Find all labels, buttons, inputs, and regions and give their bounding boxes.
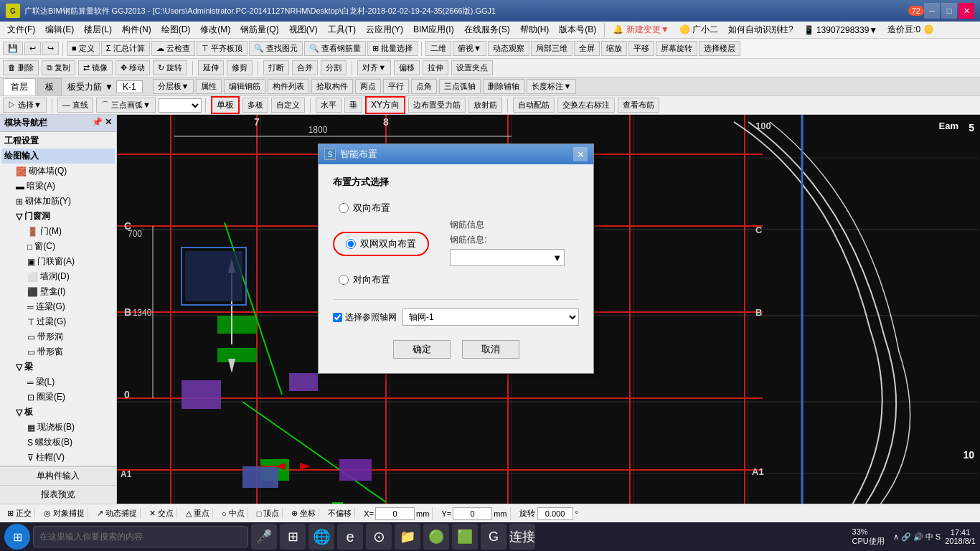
btn-vertical[interactable]: 垂 [344,98,362,113]
sidebar-item-strip-hole[interactable]: ▭ 带形洞 [24,329,115,344]
sidebar-item-screw-slab[interactable]: S 螺纹板(B) [24,435,115,450]
axis-checkbox-label[interactable]: 选择参照轴网 [333,311,397,324]
snap-ortho[interactable]: ⊞ 正交 [4,508,35,519]
no-offset[interactable]: 不偏移 [325,508,355,519]
sidebar-item-beam[interactable]: ▽ 梁 [13,359,115,375]
btn-multi-board[interactable]: 多板 [242,98,268,113]
menu-edit[interactable]: 编辑(E) [41,22,78,37]
rotate-input[interactable] [537,507,573,520]
btn-break[interactable]: 打断 [263,60,289,75]
midpoint[interactable]: △ 重点 [183,508,213,519]
rebar-info-input[interactable] [450,249,565,266]
sidebar-item-door-window[interactable]: ▽ 门窗洞 [13,209,115,224]
btn-dim[interactable]: 长度标注▼ [527,79,576,94]
menu-price[interactable]: 造价豆:0 🪙 [883,22,938,37]
btn-mirror[interactable]: ⇄ 镜像 [78,60,113,75]
btn-define[interactable]: ■ 定义 [67,41,100,56]
radio-dual-net[interactable] [346,239,356,249]
canvas-area[interactable]: 1800 1340 700 7 8 C B 0 A1 120000 300200… [117,115,980,504]
btn-del-aux[interactable]: 删除辅轴 [483,79,524,94]
btn-horizontal[interactable]: 水平 [316,98,341,113]
tab-component[interactable]: 板 [37,78,62,95]
btn-single-component[interactable]: 单构件输入 [0,466,116,485]
btn-two-point[interactable]: 两点 [355,79,381,94]
sidebar-item-wall-niche[interactable]: ⬛ 壁龛(I) [24,284,115,299]
radio-bidirectional[interactable] [339,203,349,213]
taskbar-chrome-icon[interactable]: ⊙ [366,524,392,550]
tray-network-icon[interactable]: 🔗 [901,532,911,542]
menu-view[interactable]: 视图(V) [285,22,322,37]
btn-select[interactable]: ▷ 选择▼ [3,98,47,113]
option-opposed[interactable]: 对向布置 [333,269,450,291]
taskbar-start-button[interactable]: ⊞ [4,524,30,550]
sidebar-item-hidden-beam[interactable]: ▬ 暗梁(A) [13,179,115,194]
taskbar-greenapp-icon[interactable]: 🟢 [423,524,449,550]
taskbar-datetime[interactable]: 17:41 2018/8/1 [945,528,976,545]
sidebar-item-beam-l[interactable]: ═ 梁(L) [24,375,115,390]
btn-rotate-screen[interactable]: 屏幕旋转 [656,41,697,56]
btn-fullscreen[interactable]: 全屏 [574,41,600,56]
sidebar-item-project-setup[interactable]: 工程设置 [1,133,115,149]
center-point[interactable]: ○ 中点 [219,508,248,519]
tab-floor[interactable]: 首层 [3,78,36,95]
btn-view-rebar[interactable]: 🔍 查看钢筋量 [304,41,366,56]
menu-online[interactable]: 在线服务(S) [460,22,514,37]
dynamic-input[interactable]: ↗ 动态捕捉 [94,508,141,519]
btn-radial[interactable]: 放射筋 [468,98,502,113]
object-snap[interactable]: ◎ 对象捕捉 [41,508,88,519]
sidebar-controls[interactable]: 📌 ✕ [92,117,112,129]
btn-offset[interactable]: 偏移 [394,60,420,75]
sidebar-item-window[interactable]: □ 窗(C) [24,239,115,254]
menu-help[interactable]: 帮助(H) [516,22,554,37]
btn-parallel[interactable]: 平行 [383,79,409,94]
btn-edit-rebar[interactable]: 编辑钢筋 [224,79,265,94]
tray-sound-icon[interactable]: 🔊 [913,532,923,542]
dialog-close-button[interactable]: ✕ [573,147,588,161]
btn-undo[interactable]: ↩ [24,42,41,55]
btn-3arc2[interactable]: ⌒ 三点画弧▼ [96,98,156,113]
btn-copy[interactable]: ⧉ 复制 [42,60,75,75]
y-input[interactable] [453,507,492,520]
menu-rebar[interactable]: 钢筋量(Q) [236,22,283,37]
btn-cloud-check[interactable]: ☁ 云检查 [151,41,195,56]
option-dual-net[interactable]: 双网双向布置 [346,237,416,250]
btn-report-preview[interactable]: 报表预览 [0,485,116,504]
tray-icon-up[interactable]: ∧ [893,532,899,542]
menu-file[interactable]: 文件(F) [3,22,39,37]
btn-delete[interactable]: 🗑 删除 [3,60,39,75]
dropdown-arrow-icon[interactable]: ▼ [552,253,562,263]
taskbar-link-button[interactable]: 连接 [509,524,535,550]
btn-merge[interactable]: 合并 [292,60,318,75]
menu-hint[interactable]: 如何自动识别柱? [724,22,798,37]
menu-bim[interactable]: BIM应用(I) [409,22,458,37]
vertex-point[interactable]: □ 顶点 [254,508,283,519]
coord-status[interactable]: ⊕ 坐标 [288,508,319,519]
btn-select-layer[interactable]: 选择楼层 [699,41,740,56]
btn-3arc[interactable]: 三点弧轴 [439,79,481,94]
sidebar-item-door[interactable]: 🚪 门(M) [24,224,115,239]
btn-pick-comp[interactable]: 拾取构件 [311,79,353,94]
menu-cloud[interactable]: 云应用(Y) [362,22,407,37]
btn-pan[interactable]: 平移 [628,41,654,56]
btn-align[interactable]: 对齐▼ [357,60,391,75]
menu-new-change[interactable]: 🔔 新建变更▼ [608,22,673,37]
sidebar-item-col-cap[interactable]: ⊽ 柱帽(V) [24,450,115,465]
taskbar-ie-icon[interactable]: e [337,524,363,550]
btn-trim[interactable]: 修剪 [227,60,253,75]
btn-single-board[interactable]: 单板 [211,96,240,114]
menu-draw[interactable]: 绘图(D) [157,22,195,37]
menu-modify[interactable]: 修改(M) [196,22,235,37]
sidebar-item-strip-window[interactable]: ▭ 带形窗 [24,344,115,359]
btn-align-top[interactable]: ⊤ 平齐板顶 [197,41,248,56]
btn-edge-rebar[interactable]: 边布置受力筋 [408,98,466,113]
sidebar-item-ring-beam[interactable]: ⊡ 圈梁(E) [24,390,115,405]
tray-security-icon[interactable]: S [936,532,941,541]
sidebar-item-slab[interactable]: ▽ 板 [13,405,115,420]
taskbar-greenapp2-icon[interactable]: 🟩 [452,524,478,550]
btn-set-grip[interactable]: 设置夹点 [451,60,493,75]
radio-opposed[interactable] [339,275,349,285]
btn-prop[interactable]: 属性 [196,79,222,94]
menu-phone[interactable]: 📱 13907298339▼ [799,24,882,37]
btn-save[interactable]: 💾 [3,42,23,55]
btn-zoom[interactable]: 缩放 [601,41,627,56]
